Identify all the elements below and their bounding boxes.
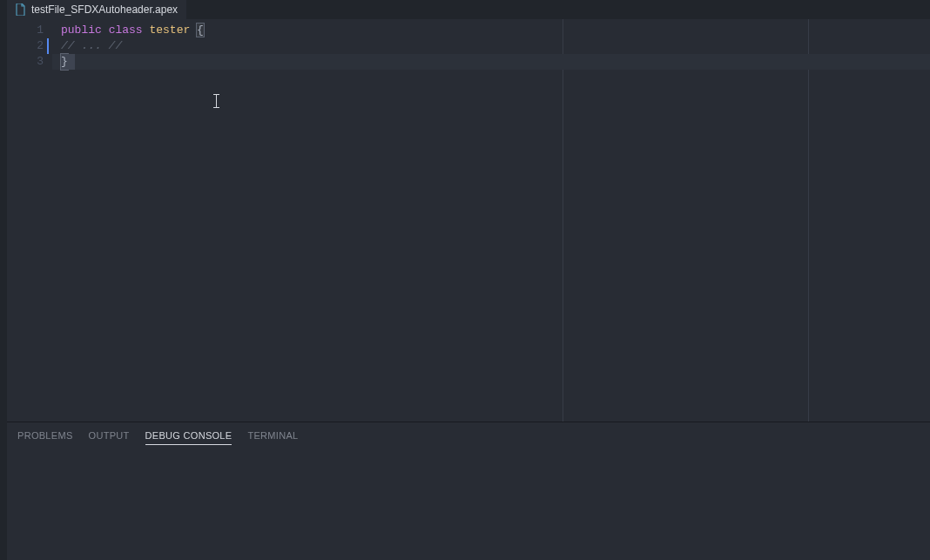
- caret-indicator: [47, 38, 49, 54]
- editor-tab[interactable]: testFile_SFDXAutoheader.apex: [7, 0, 186, 19]
- line-number: 1: [7, 23, 44, 38]
- tab-debug-console[interactable]: DEBUG CONSOLE: [145, 427, 232, 445]
- tab-output[interactable]: OUTPUT: [89, 427, 130, 444]
- code-line[interactable]: // ... //: [52, 38, 930, 54]
- code-editor[interactable]: public class tester { // ... // }: [52, 19, 930, 422]
- file-icon: [16, 3, 26, 16]
- selection: [68, 54, 75, 70]
- text-cursor-icon: [216, 94, 217, 108]
- code-line[interactable]: public class tester {: [52, 23, 930, 38]
- tab-filename: testFile_SFDXAutoheader.apex: [31, 3, 178, 16]
- token-comment: // ... //: [61, 39, 122, 52]
- code-line[interactable]: }: [52, 54, 930, 70]
- token-brace: {: [196, 23, 205, 37]
- left-margin: [0, 19, 7, 560]
- token-keyword: public: [61, 24, 102, 37]
- line-number: 2: [7, 38, 44, 54]
- token-classname: tester: [149, 24, 190, 37]
- editor-container: 1 2 3 public class tester { // ... // }: [7, 19, 930, 422]
- panel-tabs: PROBLEMS OUTPUT DEBUG CONSOLE TERMINAL: [7, 422, 930, 449]
- line-number-gutter: 1 2 3: [7, 19, 52, 422]
- tab-problems[interactable]: PROBLEMS: [17, 427, 73, 444]
- tab-terminal[interactable]: TERMINAL: [247, 427, 298, 444]
- tab-bar: testFile_SFDXAutoheader.apex: [0, 0, 930, 19]
- bottom-panel: PROBLEMS OUTPUT DEBUG CONSOLE TERMINAL: [7, 422, 930, 560]
- token-keyword: class: [109, 24, 143, 37]
- line-number: 3: [7, 54, 44, 70]
